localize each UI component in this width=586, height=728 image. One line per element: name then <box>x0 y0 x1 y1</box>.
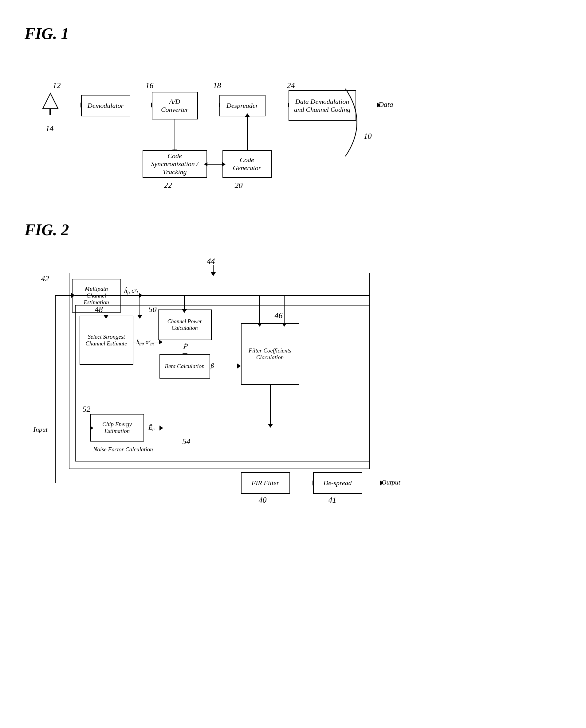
filter-coeff-block: Filter Coefficients Claculation <box>241 323 299 385</box>
ref10-bracket <box>321 86 370 159</box>
ref-24: 24 <box>287 81 295 90</box>
input-label: Input <box>33 425 48 434</box>
despreader-block: Despreader <box>219 95 266 116</box>
ec-label: Êc <box>149 424 155 433</box>
noise-factor-label: Noise Factor Calculation <box>93 446 266 453</box>
fig2-title: FIG. 2 <box>25 221 561 239</box>
arrow-input-v <box>55 295 56 428</box>
fig2-diagram: 44 42 Multipath Channel Estimation ĥl, σ… <box>32 251 554 515</box>
ad-converter-block: A/D Converter <box>152 92 198 120</box>
channel-power-block: Channel Power Calculation <box>158 310 212 340</box>
arrow-codesync-codegen <box>207 164 222 164</box>
ref-48: 48 <box>95 305 103 314</box>
fig1-diagram: 12 14 Demodulator 16 A/D Converter 18 <box>32 55 554 184</box>
fig1-title: FIG. 1 <box>25 25 561 43</box>
ref-18: 18 <box>213 81 221 90</box>
ref-14: 14 <box>46 124 54 133</box>
ref-40: 40 <box>259 496 267 505</box>
ref-54: 54 <box>182 437 191 446</box>
ref-20: 20 <box>235 181 243 190</box>
fig2-section: FIG. 2 44 42 Multipath Channel Estimatio… <box>25 221 561 515</box>
beta-calc-block: Beta Calculation <box>160 354 210 379</box>
arrow-fir-despread <box>290 483 313 483</box>
arrow-filter-fir <box>270 385 271 425</box>
arrow-ad-codesync <box>174 120 175 150</box>
arrow-44-box <box>213 265 214 273</box>
code-gen-block: Code Generator <box>222 150 272 178</box>
ref-22: 22 <box>164 181 172 190</box>
select-strongest-block: Select Strongest Channel Estimate <box>80 316 133 365</box>
output-label: Output <box>382 478 400 486</box>
ref-12: 12 <box>53 81 61 90</box>
arrow-input-fir-h <box>55 483 242 483</box>
chip-energy-block: Chip Energy Estimation <box>90 414 144 442</box>
arrow-ad-despread <box>198 105 219 105</box>
svg-marker-0 <box>43 93 58 109</box>
arrow-input-chip <box>55 428 90 428</box>
fig1-section: FIG. 1 12 14 Demodulator 16 <box>25 19 561 196</box>
top-distribution-line <box>75 295 370 296</box>
arrow-input-fir-v <box>55 428 56 483</box>
ref-41: 41 <box>328 496 337 505</box>
ref-46: 46 <box>275 311 283 320</box>
code-sync-block: Code Synchronisation / Tracking <box>143 150 207 178</box>
arrow-hl-select-v <box>106 296 106 316</box>
arrow-hl-select <box>140 296 140 316</box>
arrow-chip-noise <box>144 428 160 428</box>
antenna-icon <box>41 92 59 118</box>
data-output-label: Data <box>379 100 393 109</box>
svg-rect-1 <box>49 109 51 115</box>
arrow-demod-ad <box>130 105 152 105</box>
ref-50: 50 <box>149 305 157 314</box>
arrow-codegen-desp <box>247 116 248 150</box>
ref-16: 16 <box>146 81 154 90</box>
ref-52: 52 <box>83 405 91 414</box>
ref-42: 42 <box>41 274 49 283</box>
arrow-select-hm <box>133 342 160 342</box>
fir-filter-block: FIR Filter <box>241 472 290 494</box>
arrow-top-filter1 <box>259 295 260 323</box>
h-m-label: ĥm, σ²m <box>137 339 154 347</box>
demodulator-block: Demodulator <box>81 95 130 116</box>
arrow-hl-chanpower <box>184 295 185 310</box>
despread-block: De-spread <box>313 472 362 494</box>
arrow-input-multipath <box>55 295 72 296</box>
arrow-hl-select-h <box>106 296 140 296</box>
arrow-top-filter2 <box>284 295 285 323</box>
ref-44: 44 <box>207 257 215 266</box>
arrow-chanpower-beta <box>185 340 185 354</box>
arrow-desp-datademod <box>266 105 289 105</box>
arrow-ant-demod <box>59 105 81 105</box>
arrow-beta-filter <box>210 366 238 366</box>
arrow-despread-out <box>362 483 381 483</box>
h-l-label: ĥl, σ²l <box>124 287 138 296</box>
